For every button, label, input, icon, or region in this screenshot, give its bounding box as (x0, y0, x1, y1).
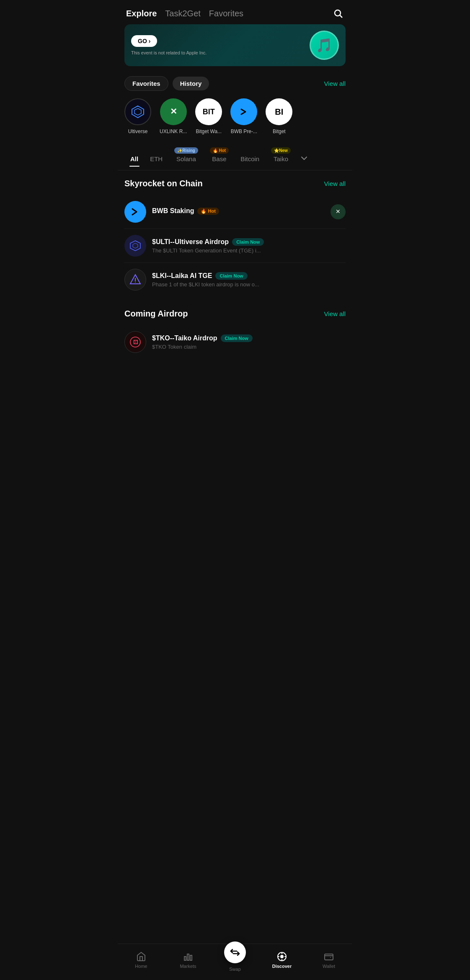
fav-item-bitget[interactable]: BI Bitget (266, 98, 292, 134)
list-item-ulti-airdrop[interactable]: $ULTI--Ultiverse Airdrop Claim Now The $… (124, 229, 346, 263)
tab-pill-history[interactable]: History (173, 77, 209, 90)
list-item-bwb-staking[interactable]: BWB Staking 🔥 Hot ✕ (124, 195, 346, 229)
chain-filter-base[interactable]: 🔥 Hot Base (204, 146, 235, 167)
nav-discover-label: Discover (272, 964, 292, 969)
fav-item-ultiverse[interactable]: Ultiverse (124, 98, 151, 134)
skyrocket-view-all-button[interactable]: View all (324, 180, 346, 187)
banner-go-button[interactable]: GO › (131, 35, 157, 47)
fav-icon-bwb (230, 98, 257, 125)
item-content-lki: $LKI--Laika AI TGE Claim Now Phase 1 of … (152, 272, 346, 288)
search-icon[interactable] (332, 8, 344, 19)
fav-label-uxlink: UXLINK R... (160, 129, 187, 134)
fav-label-bitget-wallet: Bitget Wa... (196, 129, 222, 134)
tab-pill-favorites[interactable]: Favorites (124, 76, 168, 91)
svg-marker-6 (130, 241, 140, 251)
nav-markets[interactable]: Markets (165, 951, 212, 969)
chain-filter-eth[interactable]: ETH (144, 144, 168, 167)
banner-content: GO › This event is not related to Apple … (131, 35, 207, 55)
svg-rect-13 (184, 957, 186, 960)
item-content-tko: $TKO--Taiko Airdrop Claim Now $TKO Token… (152, 334, 346, 350)
nav-home[interactable]: Home (118, 951, 165, 969)
fav-icon-bitget-wallet: BIT (195, 98, 222, 125)
skyrocket-header: Skyrocket on Chain View all (124, 179, 346, 188)
item-icon-bwb-staking (124, 201, 146, 223)
coming-airdrop-header: Coming Airdrop View all (124, 309, 346, 319)
svg-text:✕: ✕ (170, 107, 177, 116)
coming-airdrop-section: Coming Airdrop View all ⚀ $TKO--Taiko Ai… (118, 301, 352, 363)
svg-point-0 (335, 10, 341, 16)
nav-swap-label: Swap (229, 967, 241, 972)
item-content-ulti: $ULTI--Ultiverse Airdrop Claim Now The $… (152, 238, 346, 254)
chain-filter-bar: All ETH ✨Rising Solana 🔥 Hot Base Bitcoi… (118, 141, 352, 170)
favorites-history-tabs: Favorites History View all (118, 73, 352, 94)
tab-favorites-header[interactable]: Favorites (209, 9, 243, 18)
svg-rect-22 (325, 954, 333, 960)
svg-marker-7 (133, 243, 138, 248)
svg-point-10 (135, 282, 136, 283)
svg-point-17 (280, 955, 284, 958)
fav-item-bitget-wallet[interactable]: BIT Bitget Wa... (195, 98, 222, 134)
fav-label-bitget: Bitget (273, 129, 286, 134)
fav-item-bwb[interactable]: BWB Pre-... (230, 98, 257, 134)
fav-icon-uxlink: ✕ (160, 98, 187, 125)
nav-markets-label: Markets (180, 964, 196, 969)
list-item-lki-airdrop[interactable]: $LKI--Laika AI TGE Claim Now Phase 1 of … (124, 263, 346, 296)
nav-discover[interactable]: Discover (258, 951, 305, 969)
banner-disclaimer: This event is not related to Apple Inc. (131, 50, 207, 55)
wallet-icon (323, 951, 334, 962)
svg-marker-3 (134, 108, 141, 115)
list-item-tko-airdrop[interactable]: ⚀ $TKO--Taiko Airdrop Claim Now $TKO Tok… (124, 325, 346, 359)
chain-filter-all[interactable]: All (124, 144, 144, 167)
tab-task2get[interactable]: Task2Get (165, 9, 200, 18)
item-desc-tko: $TKO Token claim (152, 344, 346, 350)
fav-item-uxlink[interactable]: ✕ UXLINK R... (160, 98, 187, 134)
svg-text:✕: ✕ (336, 208, 341, 215)
bottom-navigation: Home Markets Swap (118, 944, 352, 980)
fav-icon-bitget: BI (266, 98, 292, 125)
nav-wallet[interactable]: Wallet (305, 951, 352, 969)
svg-rect-15 (190, 955, 192, 960)
nav-home-label: Home (135, 964, 147, 969)
chain-filter-solana[interactable]: ✨Rising Solana (168, 146, 204, 167)
skyrocket-title: Skyrocket on Chain (124, 179, 203, 188)
item-arrow-bwb-staking: ✕ (331, 204, 346, 219)
svg-marker-2 (132, 106, 144, 118)
skyrocket-section: Skyrocket on Chain View all BWB Staking … (118, 170, 352, 301)
coming-airdrop-title: Coming Airdrop (124, 309, 188, 319)
fav-label-ultiverse: Ultiverse (128, 129, 148, 134)
item-desc-lki: Phase 1 of the $LKI token airdrop is now… (152, 281, 346, 288)
home-icon (136, 951, 147, 962)
item-icon-tko: ⚀ (124, 331, 146, 353)
chart-icon (183, 951, 194, 962)
svg-text:⚀: ⚀ (133, 339, 138, 345)
item-content-bwb-staking: BWB Staking 🔥 Hot (152, 207, 325, 216)
nav-swap[interactable]: Swap (212, 948, 258, 972)
svg-line-1 (340, 15, 343, 18)
nav-wallet-label: Wallet (323, 964, 335, 969)
favorites-scroll-row: Ultiverse ✕ UXLINK R... BIT Bitget Wa... (118, 94, 352, 141)
item-icon-ulti (124, 235, 146, 257)
banner-logo: 🎵 (310, 31, 339, 60)
coming-airdrop-view-all-button[interactable]: View all (324, 310, 346, 317)
favorites-view-all-button[interactable]: View all (324, 80, 346, 87)
promo-banner[interactable]: GO › This event is not related to Apple … (124, 24, 346, 66)
app-header: Explore Task2Get Favorites (118, 0, 352, 24)
fav-icon-ultiverse (124, 98, 151, 125)
fav-label-bwb: BWB Pre-... (231, 129, 257, 134)
item-desc-ulti: The $ULTI Token Generation Event (TGE) i… (152, 247, 346, 254)
discover-icon (276, 951, 287, 962)
tab-explore[interactable]: Explore (126, 9, 157, 18)
chain-filter-bitcoin[interactable]: Bitcoin (235, 144, 265, 167)
chain-filter-more[interactable] (297, 152, 312, 167)
swap-button[interactable] (224, 941, 246, 963)
chain-filter-taiko[interactable]: ⭐New Taiko (265, 146, 297, 167)
svg-rect-14 (187, 954, 189, 960)
item-icon-lki (124, 269, 146, 291)
